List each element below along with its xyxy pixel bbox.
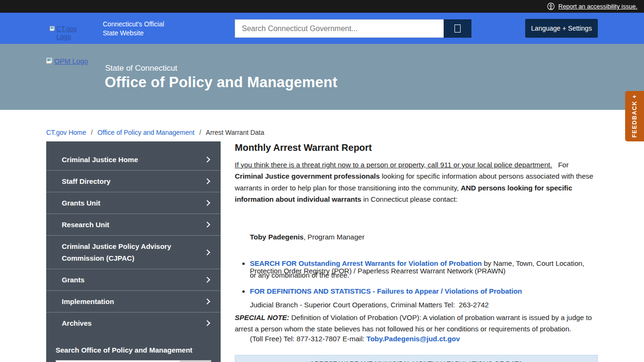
broken-image-icon — [46, 57, 53, 64]
contact-email-link[interactable]: Toby.Padegenis@jud.ct.gov — [366, 335, 460, 343]
breadcrumb-item[interactable]: Office of Policy and Management — [98, 129, 195, 136]
breadcrumb-separator: / — [91, 129, 93, 136]
agency-banner: OPM Logo State of Connecticut Office of … — [0, 44, 644, 110]
site-tagline: Connecticut's Official State Website — [103, 20, 164, 38]
list-item: SEARCH FOR Outstanding Arrest Warrants f… — [241, 258, 590, 281]
banner-agency-title: Office of Policy and Management — [105, 74, 338, 91]
global-search — [235, 19, 471, 38]
sidebar-item-archives[interactable]: Archives — [46, 313, 221, 334]
sidebar-search-input[interactable] — [56, 360, 180, 362]
sidebar-item-label: Implementation — [62, 296, 114, 307]
sidebar-search-button[interactable] — [180, 360, 211, 362]
sidebar-nav: Criminal Justice HomeStaff DirectoryGran… — [46, 141, 221, 362]
sidebar-item-criminal-justice-home[interactable]: Criminal Justice Home — [46, 149, 221, 171]
special-note: SPECIAL NOTE: Definition of Violation of… — [235, 312, 598, 335]
breadcrumb-item[interactable]: CT.gov Home — [46, 129, 86, 136]
sidebar-item-criminal-justice-policy-advisory-commission-cjpac[interactable]: Criminal Justice Policy Advisory Commiss… — [46, 236, 221, 269]
breadcrumb: CT.gov Home/Office of Policy and Managem… — [46, 129, 264, 136]
broken-image-icon — [50, 25, 55, 32]
sidebar-item-implementation[interactable]: Implementation — [46, 291, 221, 313]
list-item: FOR DEFINITIONS AND STATISTICS - Failure… — [241, 286, 590, 297]
sidebar-item-label: Research Unit — [62, 219, 109, 230]
ctgov-logo-alt-text: CT.gov Logo — [57, 25, 85, 41]
sidebar-search-heading: Search Office of Policy and Management — [56, 346, 211, 354]
chevron-right-icon — [204, 222, 210, 228]
global-search-button[interactable] — [444, 19, 471, 38]
tabulations-table-header: ARREST WARRANT MUNICIPAL MONTHLY TABULAT… — [235, 355, 598, 362]
emergency-notice: If you think there is a threat right now… — [235, 161, 552, 169]
sidebar-item-label: Grants Unit — [62, 197, 100, 209]
page: Report an accessibility issue. CT.gov Lo… — [0, 0, 644, 362]
sidebar-item-research-unit[interactable]: Research Unit — [46, 214, 221, 236]
top-accessibility-bar: Report an accessibility issue. — [0, 0, 644, 13]
chevron-right-icon — [204, 249, 210, 255]
chevron-right-icon — [204, 320, 210, 326]
sidebar-search: Search Office of Policy and Management — [46, 334, 221, 362]
content-link[interactable]: FOR DEFINITIONS AND STATISTICS - Failure… — [250, 287, 522, 295]
search-icon — [454, 25, 461, 33]
breadcrumb-separator: / — [199, 129, 201, 136]
link-list: SEARCH FOR Outstanding Arrest Warrants f… — [241, 258, 590, 302]
chevron-right-icon — [204, 298, 210, 304]
chevron-right-icon — [204, 156, 210, 163]
ctgov-logo-broken-image[interactable]: CT.gov Logo — [50, 25, 85, 41]
accessibility-icon — [547, 2, 555, 10]
breadcrumb-item: Arrest Warrant Data — [206, 129, 264, 136]
sidebar-item-label: Staff Directory — [62, 175, 110, 187]
site-header: CT.gov Logo Connecticut's Official State… — [0, 13, 644, 44]
opm-logo-broken-image[interactable]: OPM Logo — [46, 57, 88, 65]
chevron-right-icon — [204, 178, 210, 184]
banner-state-label: State of Connecticut — [105, 64, 177, 73]
sidebar-item-grants[interactable]: Grants — [46, 269, 221, 291]
page-title: Monthly Arrest Warrant Report — [235, 142, 372, 153]
contact-name: Toby Padegenis — [250, 233, 304, 241]
sidebar-item-grants-unit[interactable]: Grants Unit — [46, 192, 221, 214]
sidebar-item-label: Criminal Justice Home — [62, 154, 138, 165]
sidebar-item-label: Criminal Justice Policy Advisory Commiss… — [62, 240, 189, 264]
sidebar-item-staff-directory[interactable]: Staff Directory — [46, 171, 221, 192]
global-search-input[interactable] — [235, 19, 444, 38]
sidebar-item-label: Grants — [62, 274, 84, 286]
content-link[interactable]: SEARCH FOR Outstanding Arrest Warrants f… — [250, 259, 482, 267]
language-settings-button[interactable]: Language + Settings — [525, 19, 598, 38]
sidebar-item-label: Archives — [62, 317, 91, 329]
intro-paragraph: If you think there is a threat right now… — [235, 159, 598, 205]
report-accessibility-link[interactable]: Report an accessibility issue. — [558, 3, 637, 10]
opm-logo-alt-text: OPM Logo — [54, 57, 88, 65]
chevron-right-icon — [204, 277, 210, 283]
feedback-tab[interactable]: FEEDBACK + — [625, 91, 644, 141]
chevron-right-icon — [204, 200, 210, 206]
feedback-tab-label: FEEDBACK + — [631, 94, 638, 138]
